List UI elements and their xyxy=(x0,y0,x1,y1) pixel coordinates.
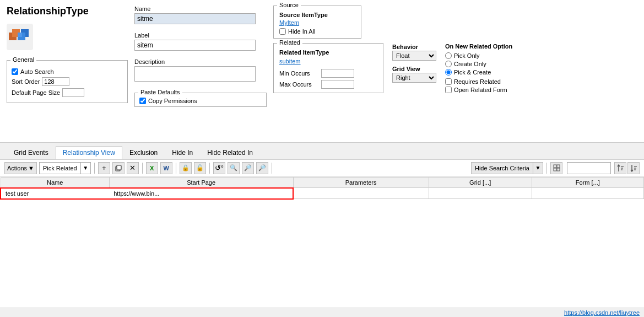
name-input[interactable] xyxy=(134,13,256,24)
svg-rect-9 xyxy=(557,165,560,168)
search-plus-button[interactable]: 🔎 xyxy=(242,162,254,174)
svg-rect-7 xyxy=(117,165,121,170)
tab-hide-in[interactable]: Hide In xyxy=(165,146,200,159)
pick-create-radio[interactable] xyxy=(445,69,452,76)
undo-button[interactable]: ↺° xyxy=(213,162,225,174)
add-button[interactable]: + xyxy=(98,162,110,174)
behavior-label: Behavior xyxy=(392,44,418,50)
related-item-type-link[interactable]: subitem xyxy=(279,58,377,65)
requires-related-label: Requires Related xyxy=(454,78,501,85)
general-box: General Auto Search Sort Order Default P… xyxy=(7,60,128,103)
sort-buttons xyxy=(614,162,640,174)
svg-rect-5 xyxy=(18,33,22,37)
separator-5 xyxy=(272,163,272,174)
label-label: Label xyxy=(134,32,267,39)
description-input[interactable] xyxy=(134,66,256,82)
col-header-parameters: Parameters xyxy=(293,177,429,188)
source-box: Source Source ItemType MyItem Hide In Al… xyxy=(273,6,361,39)
behavior-select[interactable]: Float Locked Standalone xyxy=(392,51,436,61)
create-only-label: Create Only xyxy=(454,61,486,67)
search-minus-button[interactable]: 🔎 xyxy=(256,162,268,174)
source-item-type-label: Source ItemType xyxy=(279,12,355,18)
sort-order-input[interactable] xyxy=(42,77,69,86)
pick-related-button[interactable]: Pick Related xyxy=(39,162,81,174)
requires-related-checkbox[interactable] xyxy=(445,78,452,85)
svg-rect-8 xyxy=(554,165,556,168)
create-only-radio[interactable] xyxy=(445,61,452,67)
paste-defaults-legend: Paste Defaults xyxy=(138,89,182,95)
table-row[interactable]: test user https://www.bin... xyxy=(1,188,644,199)
description-label: Description xyxy=(134,58,267,65)
copy-permissions-label: Copy Permissions xyxy=(148,98,197,104)
search-input[interactable] xyxy=(567,162,611,174)
cell-parameters xyxy=(293,188,429,199)
pick-create-label: Pick & Create xyxy=(454,69,491,76)
open-related-form-checkbox[interactable] xyxy=(445,87,452,93)
col-header-name: Name xyxy=(1,177,109,188)
hide-in-all-checkbox[interactable] xyxy=(279,28,286,35)
search-button[interactable]: 🔍 xyxy=(228,162,240,174)
actions-button[interactable]: Actions ▼ xyxy=(4,162,37,174)
general-legend: General xyxy=(10,56,36,63)
separator-6 xyxy=(546,163,547,174)
hide-search-criteria-button[interactable]: Hide Search Criteria xyxy=(471,162,533,174)
source-item-type-link[interactable]: MyItem xyxy=(279,19,355,26)
hide-in-all-label: Hide In All xyxy=(288,28,316,35)
hide-search-criteria-wrap: Hide Search Criteria ▼ xyxy=(471,162,543,174)
pick-only-radio[interactable] xyxy=(445,52,452,59)
toolbar: Actions ▼ Pick Related ▼ + ✕ X W 🔒 xyxy=(0,160,644,177)
app-icon xyxy=(7,24,33,50)
related-item-type-label: Related ItemType xyxy=(279,49,377,56)
sort-order-label: Sort Order xyxy=(12,78,40,85)
grid-view-select[interactable]: Right Left Bottom None xyxy=(392,73,436,83)
pick-related-label: Pick Related xyxy=(43,165,77,171)
tab-relationship-view[interactable]: Relationship View xyxy=(56,146,122,159)
tab-exclusion[interactable]: Exclusion xyxy=(122,146,165,159)
copy-button[interactable] xyxy=(112,162,125,174)
actions-label: Actions xyxy=(7,165,27,171)
grid-table-wrap: Name Start Page Parameters Grid [...] Fo… xyxy=(0,177,644,308)
lock-button[interactable]: 🔒 xyxy=(180,162,192,174)
auto-search-checkbox[interactable] xyxy=(12,68,18,75)
on-new-related-title: On New Related Option xyxy=(445,43,512,50)
cell-grid xyxy=(429,188,532,199)
unlock-button[interactable]: 🔓 xyxy=(194,162,206,174)
svg-rect-10 xyxy=(554,168,556,171)
on-new-related-panel: On New Related Option Pick Only Create O… xyxy=(445,43,512,93)
excel-button[interactable]: X xyxy=(146,162,158,174)
related-box: Related Related ItemType subitem Min Occ… xyxy=(273,43,383,93)
delete-button[interactable]: ✕ xyxy=(127,162,139,174)
open-related-form-label: Open Related Form xyxy=(454,87,507,93)
copy-permissions-checkbox[interactable] xyxy=(139,98,146,104)
grid-table: Name Start Page Parameters Grid [...] Fo… xyxy=(0,177,644,200)
behavior-grid-panel: Behavior Float Locked Standalone Grid Vi… xyxy=(392,43,436,93)
col-header-start-page: Start Page xyxy=(109,177,293,188)
min-occurs-input[interactable] xyxy=(321,69,354,78)
tabs-bar: Grid Events Relationship View Exclusion … xyxy=(0,143,644,160)
max-occurs-input[interactable] xyxy=(321,80,354,89)
hide-search-criteria-arrow-button[interactable]: ▼ xyxy=(533,162,543,174)
tab-hide-related-in[interactable]: Hide Related In xyxy=(200,146,260,159)
app-title: RelationshipType xyxy=(7,6,128,17)
sort-desc-button[interactable] xyxy=(627,162,640,174)
default-page-size-input[interactable] xyxy=(62,88,84,97)
label-input[interactable] xyxy=(134,40,256,51)
svg-rect-11 xyxy=(557,168,560,171)
cell-name: test user xyxy=(1,188,109,199)
cell-form xyxy=(532,188,643,199)
bottom-link[interactable]: https://blog.csdn.net/liuytree xyxy=(564,309,640,316)
hide-search-criteria-label: Hide Search Criteria xyxy=(475,165,529,171)
actions-arrow-icon: ▼ xyxy=(28,165,34,171)
sort-asc-button[interactable] xyxy=(614,162,626,174)
grid-view-button[interactable] xyxy=(550,162,562,174)
pick-related-arrow-button[interactable]: ▼ xyxy=(81,162,91,174)
actions-dropdown-wrap: Actions ▼ xyxy=(4,162,37,174)
pick-related-wrap: Pick Related ▼ xyxy=(39,162,91,174)
col-header-grid: Grid [...] xyxy=(429,177,532,188)
pick-only-label: Pick Only xyxy=(454,52,479,59)
auto-search-label: Auto Search xyxy=(20,68,54,75)
separator-4 xyxy=(209,163,210,174)
word-button[interactable]: W xyxy=(160,162,172,174)
tab-grid-events[interactable]: Grid Events xyxy=(7,146,56,159)
paste-defaults-box: Paste Defaults Copy Permissions xyxy=(134,93,267,107)
